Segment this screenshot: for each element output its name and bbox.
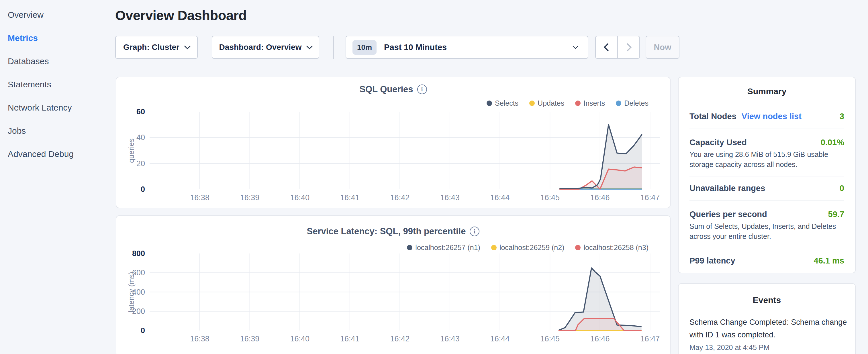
summary-row-unavailable-ranges: Unavailable ranges 0 bbox=[689, 184, 844, 193]
summary-row-qps: Queries per second 59.7 bbox=[689, 210, 844, 219]
sidebar-item-statements[interactable]: Statements bbox=[8, 80, 111, 89]
capacity-used-description: You are using 28.6 MiB of 515.9 GiB usab… bbox=[689, 150, 846, 169]
time-step-buttons bbox=[595, 36, 640, 59]
legend-dot-icon bbox=[487, 100, 492, 106]
x-tick-label: 16:46 bbox=[582, 334, 619, 344]
y-tick-label: 60 bbox=[116, 107, 145, 116]
total-nodes-label: Total Nodes bbox=[689, 112, 737, 121]
p99-latency-value: 46.1 ms bbox=[814, 256, 844, 265]
sidebar-item-databases[interactable]: Databases bbox=[8, 57, 111, 66]
metrics-page: OverviewMetricsDatabasesStatementsNetwor… bbox=[0, 0, 868, 354]
events-panel: Events Schema Change Completed: Schema c… bbox=[678, 283, 856, 354]
chevron-down-icon bbox=[306, 43, 313, 50]
capacity-used-value: 0.01% bbox=[821, 138, 844, 147]
event-item-text[interactable]: Schema Change Completed: Schema change w… bbox=[689, 316, 848, 341]
sidebar-nav: OverviewMetricsDatabasesStatementsNetwor… bbox=[8, 10, 111, 173]
divider bbox=[689, 129, 844, 129]
event-item-timestamp: May 13, 2020 at 4:45 PM bbox=[689, 344, 769, 352]
service-latency-chart-card: Service Latency: SQL, 99th percentileilo… bbox=[116, 215, 671, 354]
chart-title-row: SQL Queriesi bbox=[116, 84, 670, 95]
unavailable-ranges-label: Unavailable ranges bbox=[689, 184, 765, 193]
x-tick-label: 16:44 bbox=[482, 334, 519, 344]
sidebar-item-network-latency[interactable]: Network Latency bbox=[8, 103, 111, 112]
now-button[interactable]: Now bbox=[646, 36, 679, 59]
sidebar-item-metrics[interactable]: Metrics bbox=[8, 33, 111, 43]
legend-item[interactable]: Inserts bbox=[575, 99, 605, 107]
divider bbox=[689, 176, 844, 176]
x-tick-label: 16:42 bbox=[381, 193, 418, 202]
previous-time-button[interactable] bbox=[596, 36, 618, 58]
x-tick-label: 16:39 bbox=[231, 334, 269, 344]
info-icon[interactable]: i bbox=[417, 85, 427, 94]
toolbar-divider bbox=[333, 36, 334, 59]
legend-dot-icon bbox=[491, 245, 497, 250]
legend-item[interactable]: Selects bbox=[487, 99, 518, 107]
chevron-right-icon bbox=[623, 43, 631, 51]
legend-label: Updates bbox=[537, 99, 564, 107]
legend-item[interactable]: localhost:26258 (n3) bbox=[575, 244, 649, 252]
events-title: Events bbox=[679, 295, 855, 305]
y-axis-unit-label: latency (ms) bbox=[127, 272, 136, 313]
summary-title: Summary bbox=[679, 87, 855, 96]
y-axis-unit-label: queries bbox=[127, 138, 136, 163]
chart-legend: SelectsUpdatesInsertsDeletes bbox=[487, 99, 649, 107]
page-title: Overview Dashboard bbox=[115, 7, 247, 23]
y-tick-label: 0 bbox=[116, 185, 145, 194]
view-nodes-list-link[interactable]: View nodes list bbox=[742, 112, 802, 121]
summary-row-p99-latency: P99 latency 46.1 ms bbox=[689, 256, 844, 265]
summary-row-total-nodes: Total Nodes View nodes list 3 bbox=[689, 112, 844, 121]
sidebar-item-jobs[interactable]: Jobs bbox=[8, 126, 111, 135]
x-tick-label: 16:38 bbox=[181, 193, 218, 202]
x-tick-label: 16:41 bbox=[331, 334, 369, 344]
dashboard-dropdown[interactable]: Dashboard: Overview bbox=[212, 36, 319, 59]
chevron-left-icon bbox=[603, 43, 612, 51]
chart-plot bbox=[150, 112, 660, 189]
legend-label: Deletes bbox=[624, 99, 649, 107]
sidebar-item-overview[interactable]: Overview bbox=[8, 10, 111, 20]
time-range-dropdown[interactable]: 10m Past 10 Minutes bbox=[346, 36, 588, 59]
queries-per-second-value: 59.7 bbox=[828, 210, 844, 219]
legend-label: Inserts bbox=[584, 99, 605, 107]
y-tick-label: 800 bbox=[116, 249, 145, 258]
legend-item[interactable]: localhost:26257 (n1) bbox=[407, 244, 480, 252]
legend-label: localhost:26257 (n1) bbox=[415, 244, 480, 252]
legend-label: localhost:26259 (n2) bbox=[499, 244, 564, 252]
queries-per-second-label: Queries per second bbox=[689, 210, 767, 219]
x-tick-label: 16:45 bbox=[531, 334, 568, 344]
x-tick-label: 16:40 bbox=[281, 193, 318, 202]
legend-item[interactable]: localhost:26259 (n2) bbox=[491, 244, 564, 252]
legend-dot-icon bbox=[407, 245, 412, 250]
chevron-down-icon bbox=[184, 43, 191, 50]
x-tick-label: 16:43 bbox=[431, 193, 468, 202]
info-icon[interactable]: i bbox=[470, 227, 479, 236]
x-tick-label: 16:42 bbox=[381, 334, 418, 344]
divider bbox=[689, 200, 844, 201]
legend-label: Selects bbox=[495, 99, 518, 107]
graph-scope-dropdown[interactable]: Graph: Cluster bbox=[115, 36, 198, 59]
y-tick-label: 0 bbox=[116, 326, 145, 335]
legend-item[interactable]: Deletes bbox=[616, 99, 649, 107]
capacity-used-label: Capacity Used bbox=[689, 138, 747, 147]
time-range-label: Past 10 Minutes bbox=[384, 43, 568, 52]
legend-dot-icon bbox=[575, 100, 581, 106]
divider bbox=[689, 248, 844, 248]
sql-queries-chart-card: SQL QueriesiSelectsUpdatesInsertsDeletes… bbox=[116, 77, 671, 208]
summary-row-capacity: Capacity Used 0.01% bbox=[689, 138, 844, 147]
total-nodes-value: 3 bbox=[840, 112, 844, 121]
p99-latency-label: P99 latency bbox=[689, 256, 735, 265]
chevron-down-icon bbox=[572, 43, 578, 49]
x-tick-label: 16:40 bbox=[281, 334, 318, 344]
x-tick-label: 16:43 bbox=[431, 334, 468, 344]
sidebar-item-advanced-debug[interactable]: Advanced Debug bbox=[8, 150, 111, 159]
legend-label: localhost:26258 (n3) bbox=[584, 244, 649, 252]
chart-plot bbox=[150, 254, 660, 330]
graph-scope-label: Graph: Cluster bbox=[123, 43, 179, 52]
x-tick-label: 16:47 bbox=[631, 334, 669, 344]
x-tick-label: 16:47 bbox=[631, 193, 669, 202]
next-time-button[interactable] bbox=[618, 36, 639, 58]
legend-item[interactable]: Updates bbox=[529, 99, 564, 107]
legend-dot-icon bbox=[529, 100, 535, 106]
dashboard-label: Dashboard: Overview bbox=[219, 43, 302, 52]
x-tick-label: 16:39 bbox=[231, 193, 269, 202]
x-tick-label: 16:41 bbox=[331, 193, 369, 202]
